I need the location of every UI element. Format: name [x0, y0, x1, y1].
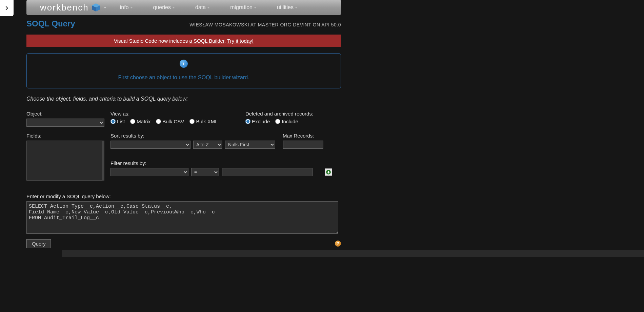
user-context: WIESŁAW MOSAKOWSKI AT MASTER ORG DEVINT …: [189, 22, 341, 27]
nav-label: queries: [153, 4, 171, 11]
nav-data[interactable]: data: [195, 4, 210, 11]
sort-nulls-select[interactable]: Nulls First: [225, 141, 275, 149]
view-as-matrix-radio[interactable]: [130, 119, 135, 124]
view-as-group: List Matrix Bulk CSV Bulk XML: [110, 119, 245, 124]
sort-direction-select[interactable]: A to Z: [193, 141, 222, 149]
nav-queries[interactable]: queries: [153, 4, 175, 11]
chevron-down-icon: [295, 7, 298, 8]
announce-link-builder[interactable]: a SOQL Builder: [189, 38, 224, 44]
view-as-bulkxml[interactable]: Bulk XML: [189, 119, 218, 124]
top-nav: workbench info queries data migration ut…: [26, 0, 341, 15]
announce-link-try[interactable]: Try it today!: [227, 38, 254, 44]
query-textarea-label: Enter or modify a SOQL query below:: [26, 193, 341, 199]
info-text: First choose an object to use the SOQL b…: [27, 75, 341, 81]
filter-field-select[interactable]: [110, 168, 188, 176]
add-filter-button[interactable]: [325, 168, 332, 176]
deleted-group: Exclude Include: [245, 119, 341, 124]
deleted-exclude[interactable]: Exclude: [245, 119, 270, 124]
deleted-include[interactable]: Include: [275, 119, 298, 124]
instruction-text: Choose the object, fields, and criteria …: [26, 96, 341, 102]
cube-icon: [91, 2, 101, 13]
filter-label: Filter results by:: [110, 160, 341, 166]
nav-label: utilities: [277, 4, 294, 11]
deleted-label: Deleted and archived records:: [245, 111, 341, 117]
nav-migration[interactable]: migration: [230, 4, 257, 11]
nav-utilities[interactable]: utilities: [277, 4, 298, 11]
view-as-label: View as:: [110, 111, 245, 117]
nav-info[interactable]: info: [120, 4, 133, 11]
chevron-down-icon: [172, 7, 175, 8]
soql-query-textarea[interactable]: [26, 201, 338, 234]
fields-multiselect[interactable]: [26, 141, 104, 181]
view-as-list[interactable]: List: [110, 119, 125, 124]
sort-field-select[interactable]: [110, 141, 190, 149]
view-as-bulkcsv[interactable]: Bulk CSV: [156, 119, 184, 124]
filter-value-input[interactable]: [222, 168, 313, 176]
nav-label: migration: [230, 4, 253, 11]
filter-op-select[interactable]: =: [191, 168, 219, 176]
brand-text: workbench: [40, 2, 89, 13]
deleted-exclude-radio[interactable]: [245, 119, 250, 124]
announce-text: Visual Studio Code now includes: [114, 38, 189, 44]
chevron-right-icon: [4, 6, 9, 11]
object-select[interactable]: [26, 119, 104, 127]
chevron-down-icon: [104, 7, 106, 8]
view-as-matrix[interactable]: Matrix: [130, 119, 150, 124]
plus-icon: [326, 169, 331, 175]
info-panel: i First choose an object to use the SOQL…: [26, 53, 341, 88]
view-as-bulkxml-radio[interactable]: [189, 119, 195, 124]
max-records-label: Max Records:: [283, 133, 323, 139]
query-button[interactable]: Query: [26, 239, 51, 248]
chevron-down-icon: [207, 7, 210, 8]
fields-label: Fields:: [26, 133, 110, 139]
chevron-down-icon: [254, 7, 257, 8]
sort-label: Sort results by:: [110, 133, 283, 139]
page-title: SOQL Query: [26, 19, 75, 28]
brand[interactable]: workbench: [40, 2, 106, 13]
footer-bar: [62, 250, 644, 257]
nav-label: data: [195, 4, 206, 11]
object-label: Object:: [26, 111, 110, 117]
expand-panel-tab[interactable]: [0, 0, 14, 16]
nav-label: info: [120, 4, 129, 11]
max-records-input[interactable]: [283, 141, 323, 149]
help-icon[interactable]: ?: [335, 241, 341, 247]
view-as-list-radio[interactable]: [110, 119, 116, 124]
chevron-down-icon: [130, 7, 133, 8]
deleted-include-radio[interactable]: [275, 119, 280, 124]
view-as-bulkcsv-radio[interactable]: [156, 119, 161, 124]
announcement-banner: Visual Studio Code now includes a SOQL B…: [26, 35, 341, 47]
info-icon: i: [180, 60, 188, 68]
